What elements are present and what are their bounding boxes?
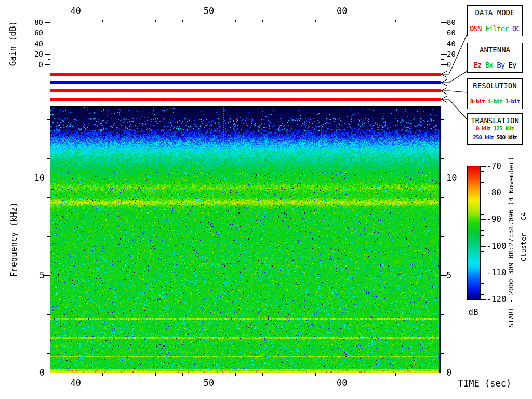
gain-tick-label-left: 60 bbox=[34, 29, 43, 36]
panel-option: By bbox=[497, 61, 504, 69]
gain-tick-label-left: 40 bbox=[34, 40, 43, 47]
panel-option: DSN bbox=[470, 24, 481, 33]
status-bar-antenna bbox=[50, 81, 441, 84]
panel-data-mode: DATA MODE DSN Filter DC bbox=[467, 5, 523, 36]
time-tick-label-bottom: 40 bbox=[70, 379, 81, 388]
panel-option: 0 kHz bbox=[476, 125, 490, 132]
gain-tick-label-left: 80 bbox=[34, 19, 43, 26]
panel-options: Ez Bx By Ey bbox=[474, 61, 516, 69]
time-tick-label-top: 50 bbox=[204, 7, 214, 16]
time-tick-label-top: 00 bbox=[337, 7, 347, 16]
colorbar-tick-label: -70 bbox=[486, 162, 501, 170]
colorbar-tick-label: -120 bbox=[486, 295, 507, 303]
status-bar-data-mode bbox=[50, 73, 441, 76]
gain-tick-label-right: 80 bbox=[447, 19, 456, 26]
panel-translation: TRANSLATION 0 kHz 125 kHz250 kHz 500 kHz bbox=[467, 113, 523, 145]
spacecraft-annotation: Cluster - C4 bbox=[520, 212, 527, 261]
panel-option-row: Ez Bx By Ey bbox=[474, 61, 516, 69]
panel-option: DC bbox=[512, 24, 520, 33]
freq-tick-label-left: 10 bbox=[34, 174, 45, 182]
panel-option-row: 0 kHz 125 kHz bbox=[476, 125, 514, 132]
time-axis-title: TIME (sec) bbox=[458, 379, 511, 388]
panel-option: 1-bit bbox=[505, 98, 520, 105]
panel-options: 0 kHz 125 kHz250 kHz 500 kHz bbox=[473, 125, 516, 141]
status-bar-resolution bbox=[50, 89, 441, 92]
panel-option: Ez bbox=[474, 61, 482, 69]
frequency-axis-title: Frequency (kHz) bbox=[10, 202, 18, 277]
panel-options: DSN Filter DC bbox=[470, 25, 520, 33]
colorbar-gradient bbox=[467, 166, 481, 300]
panel-option: 8-bit bbox=[470, 98, 485, 105]
panel-option: Bx bbox=[485, 61, 493, 69]
panel-option-row: 8-bit 4-bit 1-bit bbox=[470, 98, 520, 105]
freq-tick-label-right: 10 bbox=[446, 174, 457, 182]
wbd-spectrogram-viewer: 40500000202040406060808000551010405000-7… bbox=[0, 0, 532, 399]
time-tick-label-top: 40 bbox=[70, 7, 81, 16]
colorbar-unit-label: dB bbox=[468, 308, 478, 316]
panel-title: RESOLUTION bbox=[473, 82, 516, 90]
colorbar-tick-label: -80 bbox=[486, 189, 501, 197]
status-bar-translation bbox=[50, 98, 441, 101]
panel-antenna: ANTENNA Ez Bx By Ey bbox=[467, 43, 523, 73]
panel-option: Filter bbox=[485, 24, 509, 33]
panel-resolution: RESOLUTION 8-bit 4-bit 1-bit bbox=[467, 78, 523, 109]
panel-options: 8-bit 4-bit 1-bit bbox=[470, 98, 520, 105]
gain-plot-frame bbox=[50, 22, 441, 64]
freq-tick-label-left: 0 bbox=[39, 368, 45, 377]
gain-tick-label-left: 20 bbox=[34, 50, 43, 58]
panel-title: ANTENNA bbox=[480, 46, 510, 54]
colorbar-tick-label: -110 bbox=[486, 269, 507, 277]
panel-option-row: DSN Filter DC bbox=[470, 25, 520, 33]
gain-tick-label-right: 20 bbox=[447, 50, 456, 58]
freq-tick-label-left: 5 bbox=[39, 271, 45, 280]
panel-option: 500 kHz bbox=[496, 134, 516, 141]
panel-option: 250 kHz bbox=[473, 134, 493, 141]
panel-option: Ey bbox=[509, 61, 516, 69]
gain-tick-label-right: 60 bbox=[447, 29, 456, 36]
spectrogram-heatmap bbox=[50, 107, 441, 373]
freq-tick-label-right: 5 bbox=[446, 271, 451, 280]
gain-tick-label-right: 40 bbox=[447, 40, 456, 47]
panel-option: 4-bit bbox=[487, 98, 502, 105]
panel-option-row: 250 kHz 500 kHz bbox=[473, 134, 516, 141]
gain-tick-label-left: 0 bbox=[39, 61, 43, 68]
gain-tick-label-right: 0 bbox=[447, 61, 451, 68]
panel-option: 125 kHz bbox=[494, 125, 514, 132]
colorbar-tick-label: -100 bbox=[486, 242, 507, 250]
start-time-annotation: START - 2000 309 08:27:38.096 (4 Novembe… bbox=[508, 157, 514, 328]
freq-tick-label-right: 0 bbox=[446, 368, 451, 377]
time-tick-label-bottom: 50 bbox=[204, 379, 214, 388]
colorbar-tick-label: -90 bbox=[486, 215, 501, 223]
panel-title: DATA MODE bbox=[475, 8, 515, 17]
gain-axis-title: Gain (dB) bbox=[9, 21, 17, 66]
time-tick-label-bottom: 00 bbox=[337, 379, 347, 388]
panel-title: TRANSLATION bbox=[471, 116, 519, 125]
